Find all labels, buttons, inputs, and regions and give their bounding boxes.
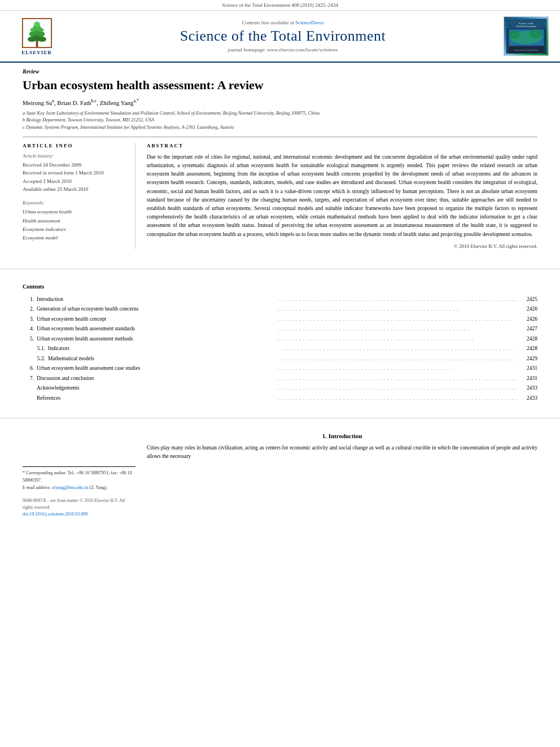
copyright: © 2010 Elsevier B.V. All rights reserved…: [147, 243, 537, 249]
abstract-column: ABSTRACT Due to the important role of ci…: [147, 143, 537, 249]
elsevier-tree-icon: [21, 18, 53, 49]
email-label: E-mail address:: [23, 485, 51, 490]
contents-text-6: Urban ecosystem health assessment case s…: [37, 364, 275, 372]
contents-row-ack: Acknowledgements . . . . . . . . . . . .…: [23, 384, 537, 392]
abstract-text: Due to the important role of cities for …: [147, 153, 537, 239]
doi-link[interactable]: doi:10.1016/j.scitotenv.2010.03.009: [23, 512, 88, 517]
contents-page-3: 2426: [518, 315, 537, 323]
affiliation-a: a State Key Joint Laboratory of Environm…: [23, 110, 537, 117]
email-link[interactable]: zfyang@bnu.edu.cn: [52, 485, 88, 490]
authors-line: Meirong Sua, Brian D. Fathb,c, Zhifeng Y…: [23, 98, 537, 106]
article-info-column: ARTICLE INFO Article history: Received 2…: [23, 143, 135, 249]
contents-available: Contents lists available at ScienceDirec…: [68, 20, 498, 25]
contents-num-4: 4.: [23, 325, 37, 333]
contents-text-2: Generation of urban ecosystem health con…: [37, 305, 275, 313]
accepted-date: Accepted 2 March 2010: [23, 177, 126, 185]
svg-point-6: [37, 31, 45, 36]
contents-row-5: 5. Urban ecosystem health assessment met…: [23, 335, 537, 343]
contents-table: 1. Introduction . . . . . . . . . . . . …: [23, 295, 537, 403]
footnote-block: * Corresponding author. Tel.: +86 10 588…: [23, 466, 135, 491]
abstract-label: ABSTRACT: [147, 143, 537, 148]
contents-row-ref: References . . . . . . . . . . . . . . .…: [23, 394, 537, 403]
section-divider: [0, 269, 560, 269]
corresponding-author: * Corresponding author. Tel.: +86 10 588…: [23, 470, 135, 484]
bottom-divider: [0, 418, 560, 418]
keyword-4: Ecosystem model: [23, 234, 126, 242]
contents-page-6: 2431: [518, 364, 537, 372]
affiliation-c: c Dynamic Systems Program, International…: [23, 124, 537, 131]
contents-text-5-2: Mathematical models: [48, 355, 281, 362]
contents-num-7: 7.: [23, 374, 37, 382]
sciencedirect-link[interactable]: ScienceDirect: [295, 20, 323, 25]
keyword-1: Urban ecosystem health: [23, 208, 126, 216]
keyword-3: Ecosystem indicators: [23, 225, 126, 234]
contents-text-5: Urban ecosystem health assessment method…: [37, 335, 275, 343]
contents-text-1: Introduction: [37, 295, 275, 303]
email-line: E-mail address: zfyang@bnu.edu.cn (Z. Ya…: [23, 484, 135, 492]
svg-point-3: [38, 36, 46, 41]
affiliations: a State Key Joint Laboratory of Environm…: [23, 110, 537, 131]
main-content: Review Urban ecosystem health assessment…: [0, 63, 560, 260]
bottom-left: * Corresponding author. Tel.: +86 10 588…: [23, 433, 135, 517]
contents-row-2: 2. Generation of urban ecosystem health …: [23, 305, 537, 313]
available-date: Available online 25 March 2010: [23, 185, 126, 193]
journal-bar: Science of the Total Environment 408 (20…: [0, 0, 560, 11]
contents-page-5: 2428: [518, 335, 537, 343]
svg-point-9: [37, 28, 43, 32]
revised-date: Received in revised form 1 March 2010: [23, 169, 126, 177]
journal-title: Science of the Total Environment: [68, 28, 498, 45]
header-section: ELSEVIER Contents lists available at Sci…: [0, 11, 560, 63]
contents-page-ack: 2433: [518, 384, 537, 392]
contents-text-4: Urban ecosystem health assessment standa…: [37, 325, 275, 333]
contents-section: Contents 1. Introduction . . . . . . . .…: [0, 278, 560, 410]
contents-num-1: 1.: [23, 295, 37, 303]
contents-page-7: 2431: [518, 374, 537, 382]
received-date: Received 24 December 2009: [23, 161, 126, 169]
elsevier-logo: ELSEVIER: [11, 18, 62, 55]
article-body: ARTICLE INFO Article history: Received 2…: [23, 137, 537, 249]
journal-citation: Science of the Total Environment 408 (20…: [222, 2, 338, 8]
svg-point-10: [34, 21, 40, 27]
contents-num-6: 6.: [23, 364, 37, 372]
article-title: Urban ecosystem health assessment: A rev…: [23, 78, 537, 93]
footer-ids: 0048-9697/$ – see front matter © 2010 El…: [23, 497, 135, 518]
article-history: Article history: Received 24 December 20…: [23, 153, 126, 194]
contents-row-5-2: 5.2. Mathematical models . . . . . . . .…: [23, 355, 537, 363]
contents-num-5-1: 5.1.: [34, 344, 48, 352]
affiliation-b: b Biology Department, Towson University,…: [23, 116, 537, 124]
history-title: Article history:: [23, 153, 126, 159]
introduction-text: Cities play many roles in human civiliza…: [147, 444, 537, 461]
contents-page-1: 2425: [518, 295, 537, 303]
contents-page-ref: 2433: [518, 394, 537, 402]
svg-text:Total Environment: Total Environment: [516, 25, 536, 28]
doi-line: doi:10.1016/j.scitotenv.2010.03.009: [23, 511, 135, 518]
svg-point-18: [509, 30, 519, 39]
contents-num-5-2: 5.2.: [34, 355, 48, 362]
contents-row-6: 6. Urban ecosystem health assessment cas…: [23, 364, 537, 373]
contents-page-5-1: 2428: [518, 344, 537, 352]
header-center: Contents lists available at ScienceDirec…: [62, 20, 504, 53]
elsevier-wordmark: ELSEVIER: [21, 50, 52, 55]
keywords-block: Keywords: Urban ecosystem health Health …: [23, 200, 126, 242]
contents-row-7: 7. Discussion and conclusion . . . . . .…: [23, 374, 537, 383]
contents-num-3: 3.: [23, 315, 37, 323]
svg-point-8: [30, 28, 36, 32]
keywords-title: Keywords:: [23, 200, 126, 206]
contents-num-2: 2.: [23, 305, 37, 313]
contents-text-ack: Acknowledgements: [37, 384, 275, 392]
journal-homepage: journal homepage: www.elsevier.com/locat…: [68, 47, 498, 53]
contents-row-3: 3. Urban ecosystem health concept . . . …: [23, 315, 537, 324]
keyword-2: Health assessment: [23, 217, 126, 225]
contents-text-5-1: Indicators: [48, 344, 281, 352]
contents-row-5-1: 5.1. Indicators . . . . . . . . . . . . …: [23, 344, 537, 353]
journal-cover-image: Science of the Total Environment www.els…: [504, 16, 549, 56]
contents-page-4: 2427: [518, 325, 537, 333]
article-info-label: ARTICLE INFO: [23, 143, 126, 148]
svg-rect-0: [36, 41, 38, 47]
introduction-title: 1. Introduction: [147, 433, 537, 439]
contents-text-ref: References: [37, 394, 275, 402]
article-type: Review: [23, 68, 537, 75]
contents-title: Contents: [23, 283, 537, 290]
svg-point-19: [529, 29, 542, 38]
contents-num-5: 5.: [23, 335, 37, 343]
